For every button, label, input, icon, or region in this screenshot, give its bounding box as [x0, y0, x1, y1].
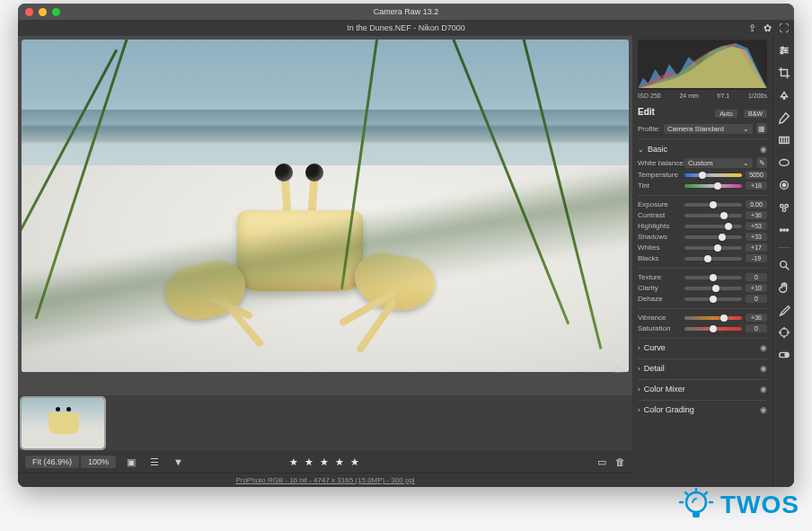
preset-tool-icon[interactable]	[777, 200, 791, 215]
toggle-tool-icon[interactable]	[777, 348, 791, 362]
eye-icon[interactable]: ◉	[760, 343, 767, 352]
tint-slider[interactable]	[684, 184, 742, 188]
chevron-right-icon[interactable]: ›	[638, 365, 640, 373]
histogram-info: ISO 250 24 mm f/7.1 1/200s	[638, 93, 767, 99]
filmstrip-thumbnail[interactable]	[22, 398, 104, 448]
eye-icon[interactable]: ◉	[760, 385, 767, 394]
eye-icon[interactable]: ◉	[760, 405, 767, 414]
grid-icon[interactable]: ☰	[146, 456, 163, 468]
watermark-logo: TWOS	[677, 486, 799, 524]
svg-point-10	[782, 208, 786, 212]
fullscreen-icon[interactable]: ⛶	[779, 22, 789, 34]
settings-icon[interactable]: ✿	[763, 22, 772, 34]
workflow-info[interactable]: ProPhoto RGB - 16 bit - 4747 x 3165 (15.…	[18, 473, 632, 487]
section-color-mixer[interactable]: Color Mixer	[644, 385, 685, 394]
chevron-right-icon[interactable]: ›	[638, 385, 640, 394]
profile-select[interactable]: Camera Standard⌄	[664, 124, 753, 134]
brush-tool-icon[interactable]	[777, 111, 791, 125]
saturation-slider[interactable]	[684, 327, 742, 331]
clarity-value[interactable]: +10	[746, 284, 767, 292]
watermark-text: TWOS	[720, 491, 799, 519]
filter-icon[interactable]: ▼	[170, 456, 187, 467]
temperature-label: Temperature	[638, 171, 681, 179]
titlebar: Camera Raw 13.2	[18, 4, 794, 20]
section-curve[interactable]: Curve	[644, 343, 666, 352]
svg-point-13	[786, 229, 788, 231]
exposure-value[interactable]: 0.00	[746, 200, 767, 208]
crop-tool-icon[interactable]	[777, 66, 791, 80]
shadows-value[interactable]: +33	[746, 233, 767, 241]
more-tool-icon[interactable]	[777, 223, 791, 237]
chevron-down-icon[interactable]: ⌄	[638, 146, 644, 154]
hand-tool-icon[interactable]	[777, 280, 791, 295]
contrast-label: Contrast	[638, 211, 681, 219]
tint-value[interactable]: +18	[746, 181, 767, 190]
trash-icon[interactable]: 🗑	[615, 456, 625, 468]
document-title: In the Dunes.NEF - Nikon D7000	[347, 23, 465, 32]
contrast-slider[interactable]	[684, 214, 742, 217]
mark-icon[interactable]: ▭	[597, 456, 606, 468]
exposure-slider[interactable]	[684, 203, 742, 207]
preview-image[interactable]	[22, 40, 629, 372]
edit-panel: ISO 250 24 mm f/7.1 1/200s Edit Auto B&W…	[632, 36, 794, 487]
sampler-tool-icon[interactable]	[777, 303, 791, 317]
profile-browser-icon[interactable]: ▦	[756, 123, 767, 134]
shadows-slider[interactable]	[684, 235, 742, 239]
target-tool-icon[interactable]	[777, 325, 791, 340]
gradient-tool-icon[interactable]	[777, 133, 791, 147]
info-shutter: 1/200s	[748, 93, 767, 99]
histogram[interactable]	[638, 40, 767, 90]
highlights-slider[interactable]	[684, 225, 742, 228]
whites-slider[interactable]	[684, 246, 742, 250]
radial-tool-icon[interactable]	[777, 155, 791, 170]
zoom-tool-icon[interactable]	[777, 258, 791, 272]
vibrance-slider[interactable]	[684, 316, 742, 320]
warning-icon[interactable]: △	[614, 362, 622, 374]
highlights-label: Highlights	[638, 222, 681, 230]
info-iso: ISO 250	[638, 93, 661, 99]
vibrance-value[interactable]: +36	[746, 314, 767, 322]
info-focal: 24 mm	[679, 93, 698, 99]
edit-heading: Edit	[638, 107, 655, 117]
temperature-slider[interactable]	[684, 173, 742, 177]
section-detail[interactable]: Detail	[644, 364, 665, 373]
chevron-right-icon[interactable]: ›	[638, 344, 640, 352]
whites-label: Whites	[638, 243, 681, 252]
saturation-value[interactable]: 0	[746, 324, 767, 332]
svg-point-9	[784, 205, 788, 208]
dehaze-label: Dehaze	[638, 295, 681, 303]
svg-point-14	[780, 261, 786, 268]
section-color-grading[interactable]: Color Grading	[644, 405, 694, 414]
wb-select[interactable]: Custom⌄	[684, 158, 753, 168]
clarity-slider[interactable]	[684, 287, 742, 290]
highlights-value[interactable]: +53	[746, 222, 767, 230]
dehaze-slider[interactable]	[684, 297, 742, 301]
rating-stars[interactable]: ★ ★ ★ ★ ★	[289, 456, 361, 468]
auto-button[interactable]: Auto	[715, 110, 737, 118]
zoom-fit-button[interactable]: Fit (46.9%)	[25, 456, 79, 468]
section-basic[interactable]: Basic	[648, 145, 667, 154]
temperature-value[interactable]: 5050	[746, 171, 767, 179]
blacks-value[interactable]: -19	[746, 254, 767, 262]
compare-icon[interactable]: ▣	[123, 456, 139, 468]
blacks-slider[interactable]	[684, 257, 742, 261]
dehaze-value[interactable]: 0	[746, 295, 767, 303]
zoom-100-button[interactable]: 100%	[81, 456, 116, 468]
texture-slider[interactable]	[684, 276, 742, 279]
bw-button[interactable]: B&W	[744, 110, 767, 118]
eye-icon[interactable]: ◉	[760, 145, 767, 154]
contrast-value[interactable]: +36	[746, 211, 767, 219]
heal-tool-icon[interactable]	[777, 88, 791, 102]
clarity-label: Clarity	[638, 284, 681, 292]
chevron-right-icon[interactable]: ›	[638, 406, 640, 414]
share-icon[interactable]: ⇪	[748, 22, 756, 34]
texture-value[interactable]: 0	[746, 273, 767, 281]
edit-tool-icon[interactable]	[777, 43, 791, 58]
redeye-tool-icon[interactable]	[777, 178, 791, 192]
saturation-label: Saturation	[638, 324, 681, 332]
eye-icon[interactable]: ◉	[760, 364, 767, 373]
eyedropper-icon[interactable]: ✎	[756, 157, 767, 168]
tint-label: Tint	[638, 181, 681, 190]
shadows-label: Shadows	[638, 233, 681, 241]
whites-value[interactable]: +17	[746, 243, 767, 252]
